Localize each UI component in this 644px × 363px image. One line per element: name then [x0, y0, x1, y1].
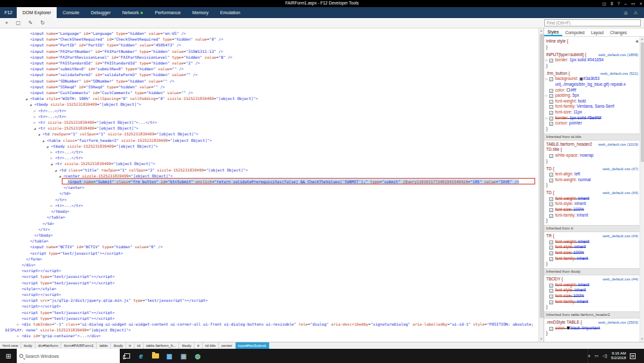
dom-node[interactable]: </td>	[0, 221, 538, 226]
property-checkbox[interactable]: ✓	[549, 89, 553, 93]
dom-node[interactable]: </div>	[0, 262, 538, 268]
dom-node[interactable]: <input name="FAIPartRevisionLevel" id="F…	[0, 54, 538, 60]
file-explorer-icon[interactable]	[148, 349, 162, 363]
property-checkbox[interactable]: ✓	[549, 300, 553, 304]
breadcrumb-item[interactable]: html.new	[0, 342, 21, 349]
dom-node[interactable]: <script type="text/javascript"></script>	[0, 315, 538, 321]
property-checkbox[interactable]: ✓	[549, 94, 553, 98]
tab-changes[interactable]: Changes	[607, 28, 630, 36]
styles-scroll-up-icon[interactable]: ▲	[640, 37, 644, 42]
dom-node[interactable]: <script type="text/javascript"></script>	[0, 273, 538, 279]
task-view-icon[interactable]	[120, 349, 134, 363]
dom-node[interactable]: <input name="SONumber" id="SONumber" typ…	[0, 78, 538, 84]
taskbar-clock[interactable]: 9:16 AM 5/2/2018	[611, 351, 626, 360]
taskbar-search-input[interactable]	[25, 354, 102, 358]
collapsed-arrow-icon[interactable]: ▷	[17, 322, 19, 328]
tab-styles[interactable]: Styles	[544, 28, 562, 36]
dom-node[interactable]: ▷<tr>...</tr>	[0, 149, 538, 155]
dom-node[interactable]: <style></style>	[0, 286, 538, 291]
property-checkbox[interactable]: ✓	[549, 77, 553, 81]
dom-node[interactable]: </tr>	[0, 197, 538, 202]
tab-computed[interactable]: Computed	[562, 28, 588, 36]
breadcrumb-item[interactable]: form#FAIRForm1	[61, 342, 97, 349]
dom-node[interactable]: <input name="PartID" id="PartID" type="h…	[0, 42, 538, 48]
taskbar-search[interactable]	[17, 349, 120, 363]
dom-node[interactable]: <input name="FAIPartNumber" id="FAIPartN…	[0, 48, 538, 54]
f12-logo[interactable]: F12	[0, 7, 17, 18]
property-checkbox[interactable]: ✓	[549, 289, 553, 293]
property-checkbox[interactable]: ✓	[549, 154, 553, 158]
app-icon-2[interactable]: ◍	[191, 349, 205, 363]
select-element-icon[interactable]: ⌖	[5, 20, 8, 26]
dom-node[interactable]: <input name="CustComments" id="CustComme…	[0, 90, 538, 95]
property-checkbox[interactable]: ✓	[549, 240, 553, 244]
edit-html-icon[interactable]: ✎	[28, 20, 33, 26]
dom-node[interactable]: </td>	[0, 190, 538, 196]
dom-scrollbar[interactable]: ▲ ▼	[538, 28, 544, 342]
stylesheet-link[interactable]: web_default.css (1019)	[598, 142, 638, 148]
dock-icon[interactable]: ◫	[602, 0, 606, 7]
property-checkbox[interactable]: ✓	[549, 173, 553, 177]
dom-node[interactable]: <script src="js/qTip-2/dist/jquery.qtip.…	[0, 297, 538, 303]
dom-node[interactable]: ◢<table class="fairform_header2" sizzle-…	[0, 137, 538, 143]
dom-node[interactable]: <input name="Language" id="Language" typ…	[0, 30, 538, 36]
dom-node[interactable]: <script></script>	[0, 303, 538, 309]
pseudo-state-icon[interactable]: a	[636, 39, 638, 44]
scroll-thumb[interactable]	[540, 34, 544, 318]
dom-node[interactable]: ◢<tr sizzle-1525231839499="[object Objec…	[0, 161, 538, 166]
styles-scroll-down-icon[interactable]: ▼	[640, 337, 644, 342]
start-button[interactable]: ⊞	[0, 349, 17, 363]
dom-node[interactable]: <script></script>	[0, 291, 538, 297]
property-checkbox[interactable]: ✓	[549, 327, 553, 331]
dom-node[interactable]: <script type="text/javascript"></script>	[0, 280, 538, 286]
edge-icon[interactable]: e	[134, 349, 148, 363]
breadcrumb-item[interactable]: div#fairform	[35, 342, 61, 349]
dom-node[interactable]: </table>	[0, 238, 538, 244]
dom-node[interactable]: ◢<td class="title" rowSpan="1" colSpan="…	[0, 167, 538, 173]
breadcrumb-item[interactable]: body	[21, 342, 35, 349]
scroll-up-arrow-icon[interactable]: ▲	[539, 28, 544, 34]
property-checkbox[interactable]: ✓	[549, 208, 553, 212]
property-checkbox[interactable]: ✓	[549, 257, 553, 261]
warning-icon[interactable]: ⚠	[634, 10, 638, 15]
tab-emulation[interactable]: Emulation	[214, 7, 246, 18]
store-icon[interactable]: ▦	[162, 349, 176, 363]
property-checkbox[interactable]: ✓	[549, 105, 553, 109]
dom-node-selected[interactable]: <input name="Submit" class="frm_button" …	[0, 179, 538, 184]
minimize-icon[interactable]: –	[624, 0, 627, 7]
property-checkbox[interactable]: ✓	[549, 100, 553, 104]
stylesheet-link[interactable]: web_default.css (521)	[600, 71, 638, 77]
property-checkbox[interactable]: ✓	[549, 284, 553, 288]
styles-scroll-thumb[interactable]	[641, 43, 644, 162]
tab-debugger[interactable]: Debugger	[85, 7, 117, 18]
property-checkbox[interactable]: ✓	[549, 179, 553, 182]
stylesheet-link[interactable]: web_default.css (44)	[603, 233, 638, 239]
property-checkbox[interactable]: ✓	[549, 111, 553, 115]
dom-node[interactable]: ▷<tr sizzle-1525231839499="[object Objec…	[0, 119, 538, 125]
breadcrumb-item[interactable]: tbody	[111, 342, 126, 349]
property-checkbox[interactable]: ✓	[549, 59, 553, 63]
dom-node[interactable]: ▷<div id="grip-container">...</div>	[0, 333, 538, 338]
dom-node[interactable]: <input name="CheckSheetRequired" id="Che…	[0, 36, 538, 42]
stylesheet-link[interactable]: web_default.css (47)	[603, 166, 638, 172]
tab-performance[interactable]: Performance	[149, 7, 186, 18]
find-input[interactable]	[544, 19, 641, 26]
tab-console[interactable]: Console	[57, 7, 85, 18]
stylesheet-link[interactable]: web_default.css (2503)	[598, 320, 638, 326]
collapsed-arrow-icon[interactable]: ▷	[17, 333, 19, 339]
property-checkbox[interactable]: ✓	[549, 122, 553, 126]
property-checkbox[interactable]: ✓	[549, 197, 553, 201]
dom-node[interactable]: <script type="text/javascript"></script>	[0, 309, 538, 315]
dom-node[interactable]: ▷<tr>...</tr>	[0, 202, 538, 208]
tab-layout[interactable]: Layout	[588, 28, 607, 36]
dom-node[interactable]: </center>	[0, 184, 538, 190]
dom-node[interactable]: <input name="submitRev0" id="submitRev0"…	[0, 66, 538, 72]
tab-dom-explorer[interactable]: DOM Explorer	[17, 7, 57, 18]
dom-node[interactable]: ▷<tr>...</tr>	[0, 108, 538, 113]
dom-node[interactable]: <script type="text/javascript"></script>	[0, 250, 538, 256]
property-checkbox[interactable]: ✓	[549, 246, 553, 250]
stylesheet-link[interactable]: web_default.css (44)	[603, 190, 638, 196]
breadcrumb-item[interactable]: tbody	[179, 342, 194, 349]
expand-arrow-icon[interactable]: ▷	[545, 58, 547, 64]
styles-scrollbar[interactable]: ▲ ▼	[639, 37, 644, 342]
